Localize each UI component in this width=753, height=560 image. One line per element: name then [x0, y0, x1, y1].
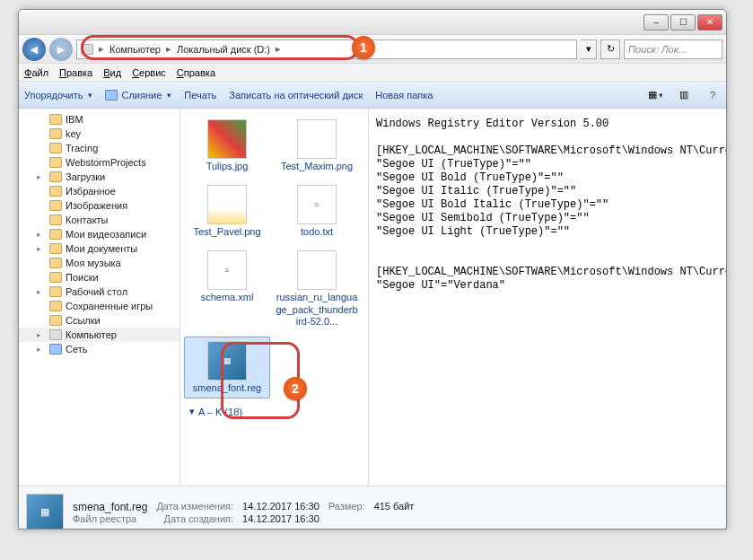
- breadcrumb-computer[interactable]: Компьютер: [109, 44, 161, 55]
- breadcrumb-drive-d[interactable]: Локальный диск (D:): [177, 44, 270, 55]
- menu-file[interactable]: Файл: [24, 67, 48, 78]
- breadcrumb-sep: ▸: [166, 43, 171, 55]
- preview-pane-button[interactable]: ▥: [676, 87, 692, 103]
- minimize-button[interactable]: –: [644, 14, 669, 31]
- tree-label: Рабочий стол: [66, 286, 127, 297]
- back-button[interactable]: ◄: [22, 38, 46, 61]
- tree-item[interactable]: Сохраненные игры: [19, 299, 179, 313]
- folder-icon: [49, 301, 62, 311]
- folder-icon: [49, 114, 62, 125]
- refresh-button[interactable]: ↻: [600, 39, 620, 59]
- new-folder-button[interactable]: Новая папка: [375, 90, 433, 101]
- tree-item[interactable]: Ссылки: [19, 313, 179, 328]
- reg-icon: ▦: [26, 494, 64, 530]
- group-header[interactable]: ▾A – K (18): [184, 404, 364, 419]
- tree-label: Ссылки: [66, 315, 101, 326]
- tree-label: Мои документы: [66, 243, 137, 254]
- file-item-selected[interactable]: ▦smena_font.reg: [184, 337, 270, 398]
- tree-label: Поиски: [66, 272, 99, 283]
- tree-label: WebstormProjects: [66, 157, 146, 168]
- expand-icon[interactable]: ▸: [37, 230, 46, 239]
- tree-item[interactable]: Контакты: [19, 213, 179, 227]
- tree-item[interactable]: Поиски: [19, 270, 179, 284]
- burn-button[interactable]: Записать на оптический диск: [229, 90, 363, 101]
- view-mode-button[interactable]: ▦: [647, 87, 663, 103]
- tree-label: Сохраненные игры: [66, 301, 153, 311]
- folder-icon: [49, 200, 62, 211]
- expand-icon[interactable]: ▸: [37, 244, 46, 253]
- file-item[interactable]: Tulips.jpg: [184, 116, 270, 176]
- tree-label: Сеть: [66, 344, 87, 354]
- details-filename: smena_font.reg: [73, 501, 147, 513]
- xml-icon: ≡: [207, 250, 247, 290]
- folder-icon: [49, 214, 62, 225]
- menu-tools[interactable]: Сервис: [132, 67, 166, 78]
- folder-icon: [49, 243, 62, 254]
- maximize-button[interactable]: ☐: [670, 14, 696, 31]
- tree-label: Моя музыка: [66, 258, 121, 268]
- image-icon: [297, 119, 337, 159]
- expand-icon[interactable]: ▸: [37, 345, 46, 354]
- body-area: IBMkeyTracingWebstormProjects▸ЗагрузкиИз…: [19, 109, 726, 486]
- folder-icon: [49, 186, 62, 197]
- file-icon: [297, 250, 337, 290]
- breadcrumb-sep: ▸: [99, 43, 104, 55]
- expand-icon[interactable]: ▸: [37, 330, 46, 339]
- folder-icon: [49, 258, 62, 268]
- preview-pane[interactable]: Windows Registry Editor Version 5.00 [HK…: [369, 109, 726, 486]
- expand-icon[interactable]: ▸: [37, 287, 46, 296]
- tree-item[interactable]: Моя музыка: [19, 256, 179, 270]
- tree-item[interactable]: ▸Компьютер: [19, 328, 179, 342]
- file-list[interactable]: Tulips.jpg Test_Maxim.png Test_Pavel.png…: [180, 109, 369, 486]
- folder-icon: [49, 315, 62, 326]
- menu-view[interactable]: Вид: [103, 67, 121, 78]
- menu-bar: Файл Правка Вид Сервис Справка: [19, 64, 726, 82]
- file-item[interactable]: russian_ru_language_pack_thunderbird-52.…: [274, 247, 360, 331]
- tree-item[interactable]: Изображения: [19, 198, 179, 213]
- image-icon: [207, 119, 247, 159]
- search-input[interactable]: Поиск: Лок...: [624, 39, 722, 59]
- folder-icon: [49, 143, 62, 153]
- help-button[interactable]: ?: [705, 87, 721, 103]
- address-bar[interactable]: ▸ Компьютер ▸ Локальный диск (D:) ▸: [76, 39, 577, 59]
- tree-item[interactable]: ▸Сеть: [19, 342, 179, 356]
- address-dropdown[interactable]: ▾: [581, 39, 597, 59]
- tree-label: Мои видеозаписи: [66, 229, 146, 240]
- tree-item[interactable]: key: [19, 127, 179, 141]
- tree-item[interactable]: ▸Мои видеозаписи: [19, 227, 179, 241]
- tree-item[interactable]: ▸Мои документы: [19, 241, 179, 256]
- folder-icon: [49, 229, 62, 240]
- file-item[interactable]: Test_Maxim.png: [274, 116, 360, 176]
- tree-item[interactable]: WebstormProjects: [19, 155, 179, 170]
- nav-tree[interactable]: IBMkeyTracingWebstormProjects▸ЗагрузкиИз…: [19, 109, 180, 486]
- organize-button[interactable]: Упорядочить: [24, 90, 92, 101]
- forward-button[interactable]: ►: [49, 38, 73, 61]
- tree-label: IBM: [66, 114, 83, 125]
- close-button[interactable]: ✕: [697, 14, 722, 31]
- file-item[interactable]: Test_Pavel.png: [184, 181, 270, 241]
- file-item[interactable]: ≡schema.xml: [184, 247, 270, 331]
- tree-item[interactable]: IBM: [19, 112, 179, 127]
- file-item[interactable]: ≡todo.txt: [274, 181, 360, 241]
- tree-item[interactable]: Tracing: [19, 141, 179, 155]
- merge-icon: [105, 90, 118, 101]
- menu-help[interactable]: Справка: [177, 67, 215, 78]
- folder-icon: [49, 286, 62, 297]
- expand-icon[interactable]: ▸: [37, 172, 46, 181]
- tree-item[interactable]: ▸Рабочий стол: [19, 284, 179, 299]
- search-placeholder: Поиск: Лок...: [628, 44, 687, 55]
- folder-icon: [49, 171, 62, 182]
- breadcrumb-sep: ▸: [276, 43, 281, 55]
- folder-icon: [49, 329, 62, 340]
- tree-item[interactable]: ▸Загрузки: [19, 170, 179, 184]
- print-button[interactable]: Печать: [184, 90, 216, 101]
- explorer-window: – ☐ ✕ ◄ ► ▸ Компьютер ▸ Локальный диск (…: [18, 9, 727, 529]
- marker-2: 2: [284, 377, 307, 400]
- tree-label: Избранное: [66, 186, 116, 197]
- merge-button[interactable]: Слияние: [105, 90, 171, 101]
- chevron-down-icon: ▾: [189, 406, 195, 417]
- titlebar[interactable]: – ☐ ✕: [19, 10, 726, 35]
- tree-item[interactable]: Избранное: [19, 184, 179, 198]
- folder-icon: [49, 272, 62, 283]
- menu-edit[interactable]: Правка: [59, 67, 92, 78]
